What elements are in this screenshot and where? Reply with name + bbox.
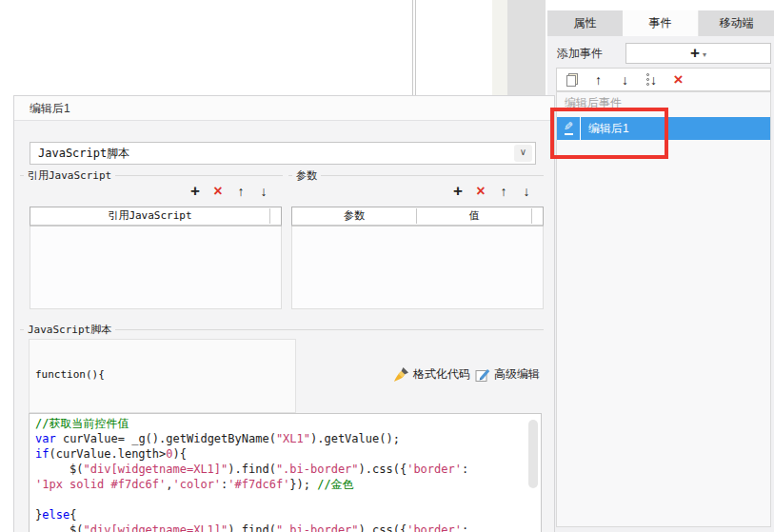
params-table-body [291,227,544,309]
annotation-highlight-rectangle [550,108,668,159]
ref-js-toolbar: + × ↑ ↓ [188,182,271,201]
edit-pencil-icon [475,367,490,383]
event-list-toolbar: ↑ ↓ ↓ × [556,68,771,91]
ref-js-table-body [30,227,282,309]
move-param-up-button[interactable]: ↑ [496,184,511,199]
ref-js-table-header: 引用JavaScript [30,207,282,227]
add-event-label: 添加事件 [557,45,603,62]
advanced-edit-label: 高级编辑 [494,366,540,383]
advanced-edit-button[interactable]: 高级编辑 [475,365,540,384]
canvas-grid-line [415,0,416,95]
add-event-button[interactable]: + ▾ [625,43,771,64]
dialog-title: 编辑后1 [30,96,70,121]
value-column-header: 值 [417,207,531,225]
canvas-margin [492,0,507,95]
panel-tab-bar: 属性 事件 移动端 [547,10,774,36]
move-ref-js-up-button[interactable]: ↑ [233,184,248,199]
params-table: 参数 值 [291,207,544,311]
delete-event-button[interactable]: × [669,70,687,89]
dialog-title-bar: 编辑后1 [14,96,554,121]
copy-icon [565,72,580,88]
ref-js-table: 引用JavaScript [30,207,282,311]
ref-js-column-header: 引用JavaScript [30,207,269,225]
event-type-value: JavaScript脚本 [38,143,129,164]
move-ref-js-down-button[interactable]: ↓ [256,184,271,199]
event-type-dropdown[interactable]: JavaScript脚本 ∨ [30,142,536,165]
chevron-down-icon: ∨ [514,145,532,162]
js-script-legend: JavaScript脚本 [24,323,115,337]
js-script-groupbox: JavaScript脚本 [20,329,544,330]
code-content: //获取当前控件值var curValue= _g().getWidgetByN… [30,414,541,532]
copy-event-button[interactable] [563,70,581,89]
panel-top-spacer [547,0,774,10]
brush-icon [393,366,409,383]
params-toolbar: + × ↑ ↓ [450,182,534,201]
format-code-label: 格式化代码 [413,366,470,383]
move-event-down-button[interactable]: ↓ [616,70,634,89]
move-event-up-button[interactable]: ↑ [589,70,607,89]
js-code-editor[interactable]: //获取当前控件值var curValue= _g().getWidgetByN… [29,413,542,532]
param-column-header: 参数 [292,207,416,225]
format-code-button[interactable]: 格式化代码 [393,365,470,384]
tab-events[interactable]: 事件 [623,10,698,36]
tab-mobile[interactable]: 移动端 [698,10,774,36]
canvas-grid-line [412,0,413,95]
event-edit-dialog: 编辑后1 JavaScript脚本 ∨ 引用JavaScript 参数 + × … [13,95,555,532]
canvas-scroll-strip [507,0,546,95]
add-param-button[interactable]: + [450,182,466,201]
function-signature: function(){ [35,368,105,381]
delete-param-button[interactable]: × [473,183,488,200]
ref-js-legend: 引用JavaScript [24,168,115,183]
params-legend: 参数 [292,168,321,183]
ref-js-groupbox: 引用JavaScript [20,175,283,176]
delete-ref-js-button[interactable]: × [210,183,226,200]
code-scrollbar-thumb[interactable] [528,420,538,488]
params-groupbox: 参数 [288,175,544,176]
properties-panel: 属性 事件 移动端 添加事件 + ▾ ↑ ↓ ↓ × 编辑后事件 ✎ [547,0,774,532]
caret-down-icon: ▾ [703,50,706,59]
move-param-down-button[interactable]: ↓ [519,184,534,199]
plus-icon: + [690,45,700,62]
sort-events-button[interactable]: ↓ [643,70,661,89]
column-spacer [532,207,543,225]
designer-canvas [0,0,547,95]
function-signature-box: function(){ [29,339,296,413]
sort-down-icon: ↓ [646,72,657,88]
add-ref-js-button[interactable]: + [188,182,203,201]
column-spacer [270,207,281,225]
params-table-header: 参数 值 [291,207,544,227]
tab-properties[interactable]: 属性 [547,10,623,36]
